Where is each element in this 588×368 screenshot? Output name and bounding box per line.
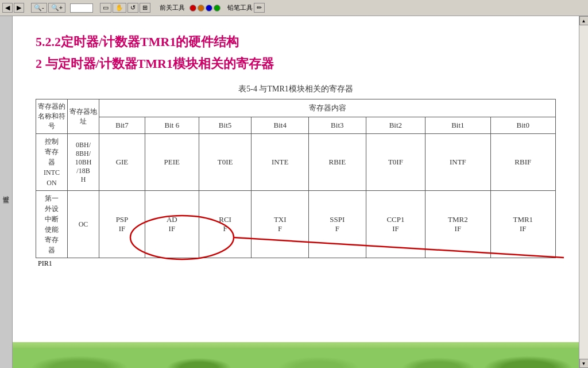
col-header-name: 寄存器的名称和符号 xyxy=(36,99,68,134)
col-header-addr: 寄存器地址 xyxy=(68,99,99,134)
main-area: 键盘 5.2.2定时器/计数器TMR1的硬件结构 2 与定时器/计数器TMR1模… xyxy=(0,16,588,368)
reg-name-intcon: 控制寄存器INTCON xyxy=(36,134,68,191)
crop-button[interactable]: ⊞ xyxy=(140,3,150,13)
col-bit1: Bit1 xyxy=(425,117,490,134)
color-btn-2[interactable] xyxy=(198,5,204,12)
hand-button[interactable]: ✋ xyxy=(113,3,126,13)
pir1-label: PIR1 xyxy=(36,259,556,268)
reg-name-pir1: 第一外设中断使能寄存器 xyxy=(36,191,68,258)
color-btn-1[interactable] xyxy=(189,5,196,12)
page-title2: 2 与定时器/计数器TMR1模块相关的寄存器 xyxy=(36,55,556,72)
reg-bit6-pir1: ADIF xyxy=(145,191,199,258)
reg-bit6-intcon: PEIE xyxy=(145,134,199,191)
col-bit0: Bit0 xyxy=(490,117,555,134)
col-bit4: Bit4 xyxy=(252,117,309,134)
zoom-out-button[interactable]: 🔍- xyxy=(31,3,47,13)
register-table: 寄存器的名称和符号 寄存器地址 寄存器内容 Bit7 Bit 6 Bit5 Bi… xyxy=(36,99,556,258)
reg-bit3-pir1: SSPIF xyxy=(309,191,366,258)
back-button[interactable]: ◀ xyxy=(2,3,13,13)
color-btn-4[interactable] xyxy=(214,5,220,12)
content-page: 5.2.2定时器/计数器TMR1的硬件结构 2 与定时器/计数器TMR1模块相关… xyxy=(13,16,579,368)
toolbar-btn-1[interactable]: ▶ xyxy=(14,3,24,13)
rotate-button[interactable]: ↺ xyxy=(127,3,138,13)
reg-bit1-intcon: INTF xyxy=(425,134,490,191)
reg-bit7-pir1: PSPIF xyxy=(99,191,145,258)
reg-bit4-intcon: INTE xyxy=(252,134,309,191)
table-row-pir1: 第一外设中断使能寄存器 OC PSPIF ADIF RCIF TXIF SSPI… xyxy=(36,191,556,258)
scrollbar-track[interactable] xyxy=(579,25,589,359)
table-caption: 表5-4 与TMR1模块相关的寄存器 xyxy=(36,84,556,94)
reg-bit0-intcon: RBIF xyxy=(490,134,555,191)
col-header-content: 寄存器内容 xyxy=(99,99,556,117)
col-bit3: Bit3 xyxy=(309,117,366,134)
right-scrollbar: ▲ ▼ xyxy=(579,16,588,368)
col-bit5: Bit5 xyxy=(199,117,252,134)
pencil-tool-label: 铅笔工具 xyxy=(227,3,253,12)
scroll-up-button[interactable]: ▲ xyxy=(579,16,589,25)
scroll-down-button[interactable]: ▼ xyxy=(579,359,589,368)
page-title1: 5.2.2定时器/计数器TMR1的硬件结构 xyxy=(36,33,556,51)
reg-bit3-intcon: RBIE xyxy=(309,134,366,191)
col-bit7: Bit7 xyxy=(99,117,145,134)
select-button[interactable]: ▭ xyxy=(100,3,111,13)
reg-addr-pir1: OC xyxy=(68,191,99,258)
color-btn-3[interactable] xyxy=(206,5,212,12)
reg-bit7-intcon: GIE xyxy=(99,134,145,191)
zoom-in-button[interactable]: 🔍+ xyxy=(48,3,65,13)
pencil-icon[interactable]: ✏ xyxy=(254,3,265,13)
reg-bit5-intcon: T0IE xyxy=(199,134,252,191)
reg-bit5-pir1: RCIF xyxy=(199,191,252,258)
reg-bit1-pir1: TMR2IF xyxy=(425,191,490,258)
table-row-intcon: 控制寄存器INTCON 0BH/8BH/10BH/18BH GIE PEIE T… xyxy=(36,134,556,191)
toolbar: ◀ ▶ 🔍- 🔍+ 101% ▭ ✋ ↺ ⊞ 前关工具 铅笔工具 ✏ xyxy=(0,0,588,16)
col-bit2: Bit2 xyxy=(366,117,425,134)
sidebar-label: 键盘 xyxy=(2,191,10,193)
col-bit6: Bit 6 xyxy=(145,117,199,134)
front-tool-label: 前关工具 xyxy=(160,3,185,12)
page-number-input[interactable]: 101% xyxy=(70,3,93,13)
reg-bit0-pir1: TMR1IF xyxy=(490,191,555,258)
reg-addr-intcon: 0BH/8BH/10BH/18BH xyxy=(68,134,99,191)
reg-bit2-intcon: T0IF xyxy=(366,134,425,191)
reg-bit4-pir1: TXIF xyxy=(252,191,309,258)
left-sidebar: 键盘 xyxy=(0,16,13,368)
toolbar-icons: ◀ ▶ 🔍- 🔍+ 101% ▭ ✋ ↺ ⊞ 前关工具 铅笔工具 ✏ xyxy=(2,3,265,13)
bottom-landscape xyxy=(13,342,579,368)
reg-bit2-pir1: CCP1IF xyxy=(366,191,425,258)
